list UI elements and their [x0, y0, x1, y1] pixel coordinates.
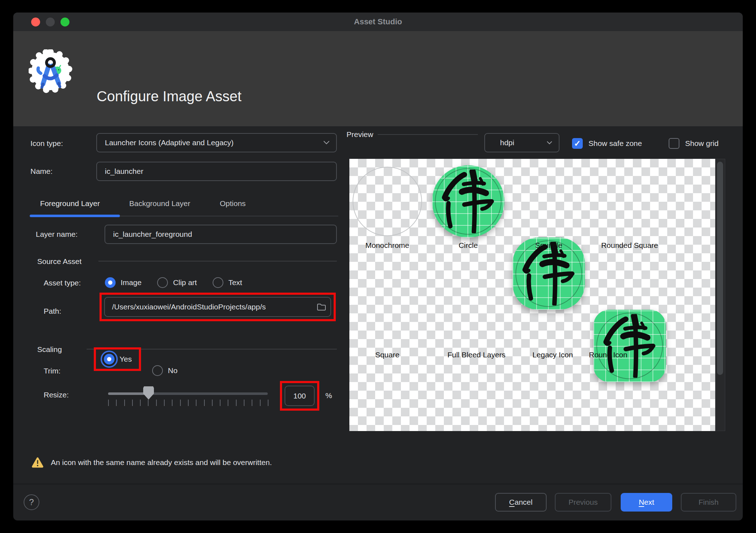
path-highlight-box: /Users/xuxiaowei/AndroidStudioProjects/a…	[100, 293, 336, 321]
asset-type-radio-group: Image Clip art Text	[105, 277, 242, 288]
icon-label: Full Bleed Layers	[447, 351, 505, 359]
dpi-value: hdpi	[500, 138, 514, 147]
layer-name-label: Layer name:	[36, 225, 78, 244]
preview-rounded-square-icon	[593, 310, 666, 382]
resize-label: Resize:	[44, 389, 69, 401]
asset-type-image-radio[interactable]	[105, 277, 116, 288]
trim-yes-label: Yes	[120, 355, 132, 363]
resize-value-input[interactable]: 100	[285, 386, 315, 406]
icon-type-label: Icon type:	[30, 134, 63, 153]
name-label: Name:	[30, 162, 53, 181]
tab-foreground-layer[interactable]: Foreground Layer	[40, 199, 100, 208]
tab-options[interactable]: Options	[220, 199, 246, 208]
asset-type-clipart-radio[interactable]	[157, 277, 168, 288]
preview-monochrome-icon	[353, 167, 422, 236]
trim-no-radio[interactable]	[152, 365, 163, 376]
finish-button[interactable]: Finish	[681, 493, 736, 512]
icon-label: Round Icon	[589, 351, 627, 359]
preview-circle-icon	[432, 165, 504, 238]
window-title: Asset Studio	[354, 17, 402, 26]
source-asset-section-title: Source Asset	[37, 256, 82, 266]
asset-studio-dialog: Asset Studio	[13, 13, 743, 520]
name-input[interactable]: ic_launcher	[96, 162, 337, 181]
show-safe-zone-checkbox[interactable]: ✓	[572, 138, 583, 149]
page-title: Configure Image Asset	[97, 88, 242, 104]
layer-name-value: ic_launcher_foreground	[113, 230, 192, 239]
trim-label: Trim:	[44, 365, 60, 377]
safe-zone-option: ✓ Show safe zone	[572, 138, 642, 149]
android-studio-logo-icon	[29, 49, 72, 93]
chevron-down-icon	[323, 141, 330, 145]
resize-slider-thumb[interactable]	[143, 386, 154, 400]
icon-label: Rounded Square	[601, 241, 658, 250]
preview-section-title: Preview	[346, 129, 373, 140]
warning-row: An icon with the same name already exist…	[32, 457, 272, 468]
previous-button[interactable]: Previous	[555, 493, 611, 512]
warning-icon	[32, 457, 44, 468]
titlebar: Asset Studio	[13, 13, 743, 31]
show-grid-checkbox[interactable]	[669, 138, 679, 149]
icon-label: Monochrome	[365, 241, 410, 250]
icon-label: Square	[375, 351, 399, 359]
resize-slider-fill	[108, 392, 149, 395]
name-value: ic_launcher	[105, 167, 143, 176]
minimize-window-button[interactable]	[46, 18, 55, 26]
footer-divider	[13, 484, 743, 484]
resize-slider-ticks	[108, 400, 268, 406]
scaling-section-title: Scaling	[37, 344, 62, 354]
resize-value: 100	[293, 392, 306, 400]
asset-type-image-label: Image	[121, 278, 141, 287]
preview-canvas[interactable]: Monochrome Circle Squircle Rounded Squar…	[349, 159, 715, 431]
icon-type-value: Launcher Icons (Adaptive and Legacy)	[105, 138, 234, 147]
close-window-button[interactable]	[31, 18, 40, 26]
path-value: /Users/xuxiaowei/AndroidStudioProjects/a…	[112, 303, 266, 311]
cancel-button[interactable]: Cancel	[495, 493, 547, 512]
folder-icon[interactable]	[317, 303, 326, 311]
chevron-down-icon	[547, 141, 552, 145]
next-button[interactable]: Next	[621, 493, 672, 512]
path-input[interactable]: /Users/xuxiaowei/AndroidStudioProjects/a…	[104, 297, 331, 317]
asset-type-text-label: Text	[228, 278, 242, 287]
grid-option: Show grid	[669, 138, 718, 149]
show-grid-label: Show grid	[685, 139, 718, 148]
show-safe-zone-label: Show safe zone	[588, 139, 642, 148]
wizard-header: Configure Image Asset	[13, 31, 743, 126]
help-button[interactable]: ?	[24, 494, 39, 510]
asset-type-text-radio[interactable]	[213, 277, 223, 288]
icon-type-dropdown[interactable]: Launcher Icons (Adaptive and Legacy)	[96, 133, 337, 152]
source-asset-section-line	[98, 261, 337, 261]
layer-name-input[interactable]: ic_launcher_foreground	[105, 225, 337, 244]
icon-label: Squircle	[535, 241, 562, 250]
asset-type-clipart-label: Clip art	[173, 278, 197, 287]
trim-no-option: No	[152, 365, 178, 376]
tab-background-layer[interactable]: Background Layer	[129, 199, 190, 208]
trim-yes-highlight-box: Yes	[94, 347, 141, 371]
resize-unit-label: %	[325, 390, 332, 401]
preview-scrollbar-thumb[interactable]	[717, 162, 723, 375]
path-label: Path:	[44, 297, 61, 326]
warning-text: An icon with the same name already exist…	[51, 458, 272, 467]
active-tab-indicator	[30, 215, 120, 217]
asset-type-label: Asset type:	[44, 277, 81, 289]
trim-yes-radio[interactable]	[104, 354, 115, 365]
zoom-window-button[interactable]	[60, 18, 69, 26]
resize-value-highlight-box: 100	[280, 381, 319, 411]
icon-label: Circle	[459, 241, 478, 250]
trim-no-label: No	[168, 366, 178, 375]
icon-label: Legacy Icon	[532, 351, 573, 359]
preview-section-line	[378, 134, 478, 135]
dpi-dropdown[interactable]: hdpi	[484, 133, 559, 152]
